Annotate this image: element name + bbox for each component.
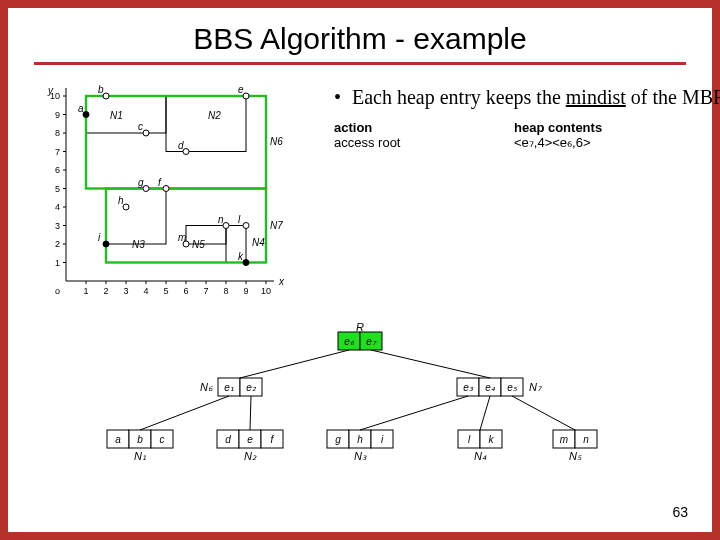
svg-text:e: e	[238, 84, 244, 95]
svg-text:N₁: N₁	[134, 450, 146, 462]
svg-text:N₄: N₄	[474, 450, 487, 462]
svg-point-63	[143, 130, 149, 136]
svg-point-67	[243, 93, 249, 99]
svg-rect-49	[106, 189, 166, 245]
rtree-diagram: Re₆e₇e₁e₂N₆e₃e₄e₅N₇abcN₁defN₂ghiN₃lkN₄mn…	[36, 320, 684, 484]
svg-text:N₆: N₆	[200, 381, 213, 393]
svg-line-137	[360, 396, 468, 430]
svg-text:y: y	[47, 85, 54, 96]
svg-text:f: f	[158, 177, 162, 188]
svg-point-77	[243, 260, 249, 266]
svg-point-59	[83, 112, 89, 118]
svg-text:m: m	[178, 232, 186, 243]
svg-text:8: 8	[223, 286, 228, 296]
svg-text:7: 7	[203, 286, 208, 296]
svg-line-139	[512, 396, 575, 430]
svg-text:5: 5	[163, 286, 168, 296]
svg-text:g: g	[138, 177, 144, 188]
svg-text:e₁: e₁	[224, 382, 234, 393]
svg-text:5: 5	[55, 184, 60, 194]
bullet-suffix: of the MBR.	[626, 86, 720, 108]
svg-text:n: n	[583, 434, 589, 445]
svg-point-65	[183, 149, 189, 155]
cell-heap-0: <e₇,4><e₆,6>	[514, 135, 664, 150]
heap-table: action access root heap contents <e₇,4><…	[334, 120, 720, 150]
svg-text:N4: N4	[252, 237, 265, 248]
svg-text:1: 1	[55, 258, 60, 268]
bullet-underlined: mindist	[566, 86, 626, 108]
svg-text:c: c	[138, 121, 143, 132]
th-action: action	[334, 120, 454, 135]
svg-line-138	[480, 396, 490, 430]
svg-line-135	[140, 396, 229, 430]
title-rule	[34, 62, 686, 65]
page-number: 63	[672, 504, 688, 520]
svg-text:R: R	[356, 321, 364, 333]
slide-title: BBS Algorithm - example	[36, 22, 684, 56]
svg-text:x: x	[278, 276, 285, 287]
svg-text:e: e	[247, 434, 253, 445]
svg-point-69	[163, 186, 169, 192]
svg-text:e₄: e₄	[485, 382, 496, 393]
svg-line-136	[250, 396, 251, 430]
svg-text:N₅: N₅	[569, 450, 582, 462]
svg-text:N₂: N₂	[244, 450, 257, 462]
svg-text:4: 4	[143, 286, 148, 296]
svg-text:g: g	[335, 434, 341, 445]
svg-text:8: 8	[55, 128, 60, 138]
svg-text:N5: N5	[192, 239, 205, 250]
svg-text:N6: N6	[270, 136, 283, 147]
svg-text:N₃: N₃	[354, 450, 367, 462]
svg-point-83	[223, 223, 229, 229]
svg-text:6: 6	[183, 286, 188, 296]
svg-text:a: a	[115, 434, 121, 445]
svg-point-73	[123, 204, 129, 210]
svg-text:N3: N3	[132, 239, 145, 250]
svg-text:e₃: e₃	[463, 382, 474, 393]
upper-row: 1234567891012345678910xyoN1N2N3N4N5N6N7a…	[36, 81, 684, 310]
svg-line-103	[371, 350, 490, 378]
svg-text:c: c	[160, 434, 165, 445]
svg-text:a: a	[78, 103, 84, 114]
svg-text:e₂: e₂	[246, 382, 257, 393]
svg-text:b: b	[137, 434, 143, 445]
bullet-area: Each heap entry keeps the mindist of the…	[334, 81, 720, 310]
svg-text:d: d	[225, 434, 231, 445]
cell-action-0: access root	[334, 135, 454, 150]
svg-text:N7: N7	[270, 220, 283, 231]
svg-text:o: o	[55, 286, 60, 296]
svg-text:7: 7	[55, 147, 60, 157]
svg-text:h: h	[118, 195, 124, 206]
svg-point-75	[103, 241, 109, 247]
svg-text:3: 3	[123, 286, 128, 296]
svg-text:n: n	[218, 214, 224, 225]
svg-text:2: 2	[103, 286, 108, 296]
svg-text:2: 2	[55, 239, 60, 249]
svg-line-102	[240, 350, 349, 378]
svg-text:4: 4	[55, 202, 60, 212]
svg-text:9: 9	[243, 286, 248, 296]
svg-text:i: i	[98, 232, 101, 243]
bullet-1: Each heap entry keeps the mindist of the…	[334, 85, 720, 110]
svg-rect-51	[226, 226, 246, 263]
svg-point-61	[103, 93, 109, 99]
svg-rect-45	[86, 96, 166, 133]
svg-text:m: m	[560, 434, 568, 445]
svg-text:b: b	[98, 84, 104, 95]
svg-text:N1: N1	[110, 110, 123, 121]
svg-text:d: d	[178, 140, 184, 151]
svg-text:l: l	[238, 214, 241, 225]
svg-text:1: 1	[83, 286, 88, 296]
svg-text:e₇: e₇	[366, 336, 377, 347]
svg-text:6: 6	[55, 165, 60, 175]
svg-text:9: 9	[55, 110, 60, 120]
svg-point-71	[143, 186, 149, 192]
svg-text:e₆: e₆	[344, 336, 355, 347]
svg-text:N2: N2	[208, 110, 221, 121]
th-heap: heap contents	[514, 120, 664, 135]
bullet-prefix: Each heap entry keeps the	[352, 86, 566, 108]
svg-point-79	[243, 223, 249, 229]
slide: BBS Algorithm - example 1234567891012345…	[8, 8, 712, 532]
svg-text:N₇: N₇	[529, 381, 543, 393]
svg-text:h: h	[357, 434, 363, 445]
